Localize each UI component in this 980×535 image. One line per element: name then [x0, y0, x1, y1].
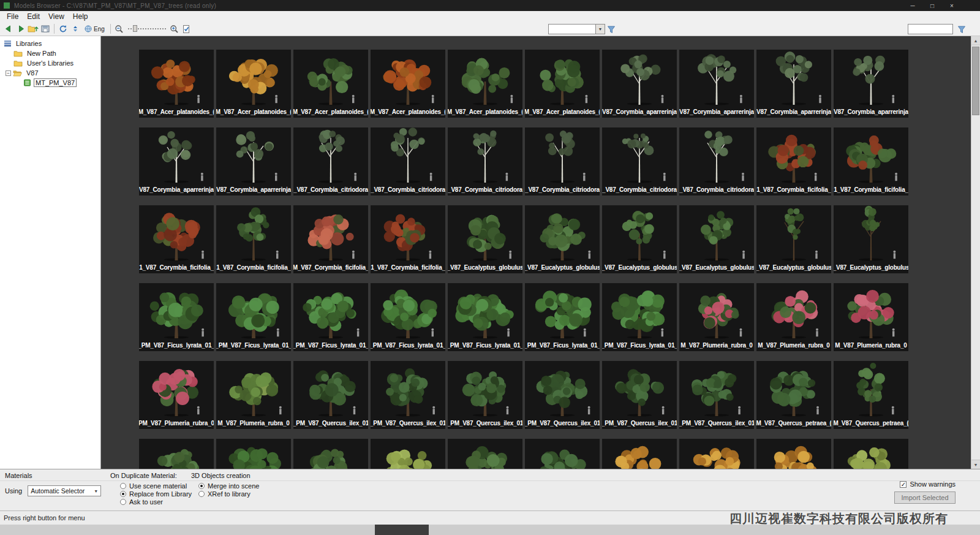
asset-item[interactable]: M_V87_Acer_platanoides_( [139, 50, 214, 118]
asset-item[interactable]: 1_V87_Corymbia_ficifolia_ [139, 205, 214, 273]
asset-item[interactable]: M_V87_Corymbia_ficifolia_ [293, 205, 368, 273]
radio-option[interactable]: Replace from Library [120, 490, 192, 497]
asset-item[interactable]: _V87_Eucalyptus_globulus [756, 205, 831, 273]
asset-item[interactable]: _V87_Eucalyptus_globulus [602, 205, 677, 273]
asset-item[interactable]: M_V87_Acer_platanoides_( [525, 50, 600, 118]
path-filter-input[interactable] [908, 24, 953, 34]
asset-item[interactable]: _PM_V87_Ficus_lyrata_01_ [448, 283, 522, 351]
asset-item[interactable]: _V87_Corymbia_citriodora [525, 127, 600, 195]
sidebar-item-mt-pm-v87[interactable]: MT_PM_V87 [0, 78, 100, 88]
asset-item[interactable]: _V87_Corymbia_citriodora [679, 127, 754, 195]
asset-item[interactable]: V87_Corymbia_aparrerinja [679, 50, 754, 118]
menu-file[interactable]: File [2, 12, 23, 21]
checkbox-icon[interactable]: ✓ [900, 481, 907, 488]
asset-item[interactable]: 1_V87_Corymbia_ficifolia_ [834, 127, 908, 195]
asset-item[interactable]: _PM_V87_Quercus_ilex_01 [525, 361, 600, 429]
asset-item[interactable]: 1_V87_Corymbia_ficifolia_ [216, 205, 291, 273]
asset-item[interactable]: M_V87_Plumeria_rubra_0 [216, 361, 291, 429]
radio-icon[interactable] [120, 499, 126, 505]
asset-item[interactable] [139, 439, 214, 469]
asset-item[interactable]: M_V87_Acer_platanoides_( [448, 50, 522, 118]
asset-item[interactable] [216, 439, 291, 469]
save-library-button[interactable] [39, 23, 51, 35]
asset-item[interactable]: _PM_V87_Quercus_ilex_01 [448, 361, 522, 429]
asset-item[interactable]: V87_Corymbia_aparrerinja [216, 127, 291, 195]
asset-item[interactable]: _V87_Corymbia_citriodora [448, 127, 522, 195]
asset-item[interactable]: _PM_V87_Ficus_lyrata_01_ [139, 283, 214, 351]
asset-item[interactable]: _PM_V87_Quercus_ilex_01 [293, 361, 368, 429]
asset-item[interactable] [371, 439, 445, 469]
radio-icon[interactable] [198, 483, 205, 489]
asset-item[interactable]: M_V87_Acer_platanoides_( [371, 50, 445, 118]
asset-item[interactable]: _V87_Corymbia_citriodora [371, 127, 445, 195]
filter-icon[interactable] [605, 23, 617, 35]
forward-button[interactable] [15, 23, 27, 35]
menu-view[interactable]: View [44, 12, 69, 21]
asset-item[interactable]: _PM_V87_Quercus_ilex_01 [679, 361, 754, 429]
radio-option[interactable]: Ask to user [120, 498, 192, 505]
asset-item[interactable] [756, 439, 831, 469]
asset-item[interactable]: M_V87_Acer_platanoides_( [293, 50, 368, 118]
zoom-in-button[interactable] [168, 23, 181, 35]
asset-item[interactable]: _V87_Eucalyptus_globulus [525, 205, 600, 273]
radio-icon[interactable] [120, 491, 126, 497]
material-selector-dropdown[interactable]: Automatic Selector ▼ [28, 485, 101, 496]
asset-item[interactable]: M_V87_Plumeria_rubra_0 [756, 283, 831, 351]
minimize-button[interactable]: ─ [903, 0, 922, 11]
refresh-button[interactable] [57, 23, 69, 35]
asset-item[interactable]: M_V87_Plumeria_rubra_0 [834, 283, 908, 351]
radio-option[interactable]: Use scene material [120, 482, 192, 489]
maximize-button[interactable]: □ [922, 0, 942, 11]
asset-item[interactable]: _V87_Corymbia_citriodora [602, 127, 677, 195]
asset-item[interactable]: M_V87_Quercus_petraea_( [756, 361, 831, 429]
asset-item[interactable]: V87_Corymbia_aparrerinja [602, 50, 677, 118]
zoom-out-button[interactable] [113, 23, 126, 35]
scrollbar-thumb[interactable] [972, 47, 979, 115]
asset-item[interactable]: _PM_V87_Ficus_lyrata_01_ [602, 283, 677, 351]
sidebar-item-v87[interactable]: −V87 [0, 68, 100, 78]
asset-item[interactable]: V87_Corymbia_aparrerinja [139, 127, 214, 195]
import-selected-button[interactable]: Import Selected [894, 491, 956, 504]
sidebar-item-user-s-libraries[interactable]: User's Libraries [0, 58, 100, 68]
thumbnail-size-slider[interactable] [128, 25, 166, 33]
asset-item[interactable]: V87_Corymbia_aparrerinja [834, 50, 908, 118]
asset-item[interactable]: M_V87_Quercus_petraea_( [834, 361, 908, 429]
slider-handle[interactable] [133, 25, 137, 32]
asset-item[interactable]: _V87_Eucalyptus_globulus [448, 205, 522, 273]
open-folder-button[interactable] [27, 23, 39, 35]
asset-item[interactable]: V87_Corymbia_aparrerinja [756, 50, 831, 118]
scroll-up-button[interactable]: ▲ [971, 36, 980, 45]
radio-icon[interactable] [198, 491, 205, 497]
vertical-scrollbar[interactable]: ▲ ▼ [971, 36, 980, 469]
menu-help[interactable]: Help [69, 12, 92, 21]
asset-item[interactable]: _PM_V87_Ficus_lyrata_01_ [525, 283, 600, 351]
asset-item[interactable]: M_V87_Plumeria_rubra_0 [679, 283, 754, 351]
asset-item[interactable]: _V87_Corymbia_citriodora [293, 127, 368, 195]
asset-item[interactable]: _PM_V87_Ficus_lyrata_01_ [293, 283, 368, 351]
scroll-down-button[interactable]: ▼ [971, 460, 980, 469]
sidebar-item-libraries[interactable]: Libraries [0, 39, 100, 48]
asset-item[interactable]: M_V87_Acer_platanoides_( [216, 50, 291, 118]
search-dropdown-button[interactable]: ▼ [596, 24, 605, 34]
asset-item[interactable] [293, 439, 368, 469]
radio-icon[interactable] [120, 483, 126, 489]
asset-item[interactable]: PM_V87_Plumeria_rubra_0 [139, 361, 214, 429]
asset-item[interactable]: _V87_Eucalyptus_globulus [679, 205, 754, 273]
asset-item[interactable] [602, 439, 677, 469]
asset-item[interactable]: 1_V87_Corymbia_ficifolia_ [371, 205, 445, 273]
asset-item[interactable]: _PM_V87_Ficus_lyrata_01_ [371, 283, 445, 351]
filter-right-icon[interactable] [956, 23, 968, 35]
select-checked-button[interactable] [181, 23, 193, 35]
radio-option[interactable]: XRef to library [198, 490, 259, 497]
language-button[interactable]: Eng [81, 25, 108, 32]
asset-item[interactable]: _V87_Eucalyptus_globulus [834, 205, 908, 273]
asset-item[interactable]: _PM_V87_Ficus_lyrata_01_ [216, 283, 291, 351]
asset-item[interactable] [679, 439, 754, 469]
asset-item[interactable] [834, 439, 908, 469]
radio-option[interactable]: Merge into scene [198, 482, 259, 489]
tree-expander-icon[interactable]: − [6, 70, 11, 76]
back-button[interactable] [2, 23, 15, 35]
asset-item[interactable] [448, 439, 522, 469]
close-button[interactable]: × [942, 0, 962, 11]
search-filter-input[interactable] [548, 24, 596, 34]
